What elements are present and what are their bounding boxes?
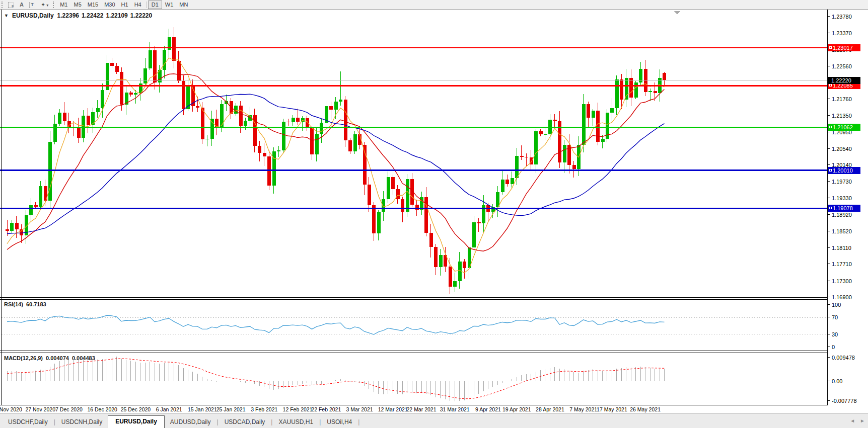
tick-mark	[828, 115, 830, 116]
tick-mark	[828, 297, 830, 297]
price-tick-label: 1.20540	[832, 146, 867, 152]
chart-tab-xauusd[interactable]: XAUUSD,H1	[273, 417, 319, 428]
timeframe-button-d1[interactable]: D1	[148, 1, 162, 9]
tick-mark	[828, 99, 830, 99]
price-tick-label: 1.18110	[832, 245, 867, 251]
macd-tick-label: 0.00	[832, 378, 867, 385]
tick-mark	[828, 164, 830, 165]
chart-tab-usoil[interactable]: USOil,H4	[321, 417, 357, 428]
date-label: 3 Feb 2021	[245, 406, 283, 412]
price-tick-label: 1.19730	[832, 179, 867, 185]
tick-mark	[828, 198, 830, 198]
price-tick-label: 1.19330	[832, 195, 867, 202]
tick-mark	[828, 381, 830, 381]
chart-tab-usdchf[interactable]: USDCHF,Daily	[3, 417, 53, 428]
tick-mark	[828, 181, 830, 182]
current-price-badge: 1.22220	[828, 77, 860, 84]
ma-5-line	[7, 58, 664, 273]
terminal-window: F A T ✦▾ M1M5M15M30H1H4D1W1MN ▼ EURUSD,D…	[0, 0, 868, 428]
tab-scroll-left-icon[interactable]: ◄	[850, 418, 855, 423]
timeframe-button-m1[interactable]: M1	[57, 1, 70, 9]
date-label: 26 May 2021	[626, 406, 665, 412]
timeframe-bar: M1M5M15M30H1H4D1W1MN	[57, 1, 191, 9]
macd-signal-line	[7, 359, 664, 399]
tick-mark	[828, 16, 830, 17]
price-tick-label: 1.18920	[832, 212, 867, 218]
chart-tab-bar: USDCHF,Daily|USDCNH,DailyEURUSD,DailyAUD…	[0, 413, 868, 428]
date-label: 25 Dec 2020	[116, 406, 155, 412]
date-label: 25 Jan 2021	[212, 406, 250, 412]
tick-mark	[828, 347, 830, 347]
date-label: 22 Mar 2021	[402, 406, 441, 412]
macd-tick-label: -0.007778	[832, 398, 867, 404]
tick-mark	[828, 66, 830, 66]
tick-mark	[828, 33, 830, 33]
tick-mark	[828, 132, 830, 132]
date-label: 17 May 2021	[593, 406, 631, 412]
shapes-dropdown-icon[interactable]: ✦▾	[38, 1, 51, 9]
chart-tab-usdcnh[interactable]: USDCNH,Daily	[56, 417, 108, 428]
toolbar: F A T ✦▾ M1M5M15M30H1H4D1W1MN	[0, 0, 868, 10]
rsi-line	[7, 315, 664, 334]
chart-tab-eurusd[interactable]: EURUSD,Daily	[108, 415, 165, 428]
fibonacci-icon[interactable]: F	[6, 1, 17, 9]
chart-canvas[interactable]	[0, 10, 827, 405]
rsi-tick-label: 70	[832, 314, 867, 321]
price-tick-label: 1.17710	[832, 261, 867, 268]
tick-mark	[828, 334, 830, 334]
toolbar-drag-handle-2[interactable]	[53, 2, 54, 8]
date-label: 22 Feb 2021	[307, 406, 345, 412]
timeframe-button-w1[interactable]: W1	[162, 1, 177, 9]
price-level-badge: 1.19078	[828, 205, 860, 212]
tick-mark	[828, 148, 830, 149]
timeframe-button-mn[interactable]: MN	[176, 1, 191, 9]
rsi-tick-label: 30	[832, 331, 867, 338]
price-tick-label: 1.21350	[832, 113, 867, 119]
price-axis[interactable]: 1.237801.233701.229701.225601.221501.217…	[827, 10, 868, 405]
price-tick-label: 1.22560	[832, 63, 867, 70]
timeframe-button-m5[interactable]: M5	[70, 1, 84, 9]
price-tick-label: 1.21760	[832, 96, 867, 103]
price-tick-label: 1.23780	[832, 14, 867, 20]
date-label: 28 Apr 2021	[531, 406, 569, 412]
timeframe-button-m15[interactable]: M15	[85, 1, 101, 9]
tick-mark	[828, 247, 830, 248]
tab-scroll-right-icon[interactable]: ►	[860, 418, 865, 423]
date-label: 31 Mar 2021	[436, 406, 474, 412]
tick-mark	[828, 357, 830, 358]
tick-mark	[828, 304, 830, 305]
macd-tick-label: 0.009478	[832, 355, 867, 361]
tick-mark	[828, 317, 830, 317]
price-tick-label: 1.17300	[832, 278, 867, 285]
price-tick-label: 1.23370	[832, 30, 867, 37]
chart-tab-audusd[interactable]: AUDUSD,Daily	[165, 417, 216, 428]
price-level-badge: 1.23017	[828, 44, 860, 51]
tick-mark	[828, 231, 830, 231]
price-tick-label: 1.18520	[832, 228, 867, 235]
rsi-tick-label: 100	[832, 302, 867, 308]
tick-mark	[828, 281, 830, 281]
chart-plot-area[interactable]: ▼ EURUSD,Daily 1.22396 1.22422 1.22109 1…	[0, 10, 827, 405]
price-tick-label: 1.16900	[832, 294, 867, 301]
chart-tab-usdcad[interactable]: USDCAD,Daily	[219, 417, 271, 428]
price-level-badge: 1.21062	[828, 124, 860, 131]
timeframe-button-h4[interactable]: H4	[131, 1, 144, 9]
date-label: 3 Mar 2021	[340, 406, 379, 412]
time-axis[interactable]: 18 Nov 202027 Nov 20207 Dec 202016 Dec 2…	[0, 405, 827, 413]
price-level-badge: 1.20010	[828, 167, 860, 174]
toolbar-drag-handle[interactable]	[2, 2, 3, 8]
toolbar-divider	[146, 2, 147, 8]
text-label-icon[interactable]: A	[17, 1, 27, 9]
date-label: 16 Dec 2020	[83, 406, 121, 412]
text-box-icon[interactable]: T	[27, 1, 38, 9]
tick-mark	[828, 400, 830, 401]
timeframe-button-h1[interactable]: H1	[118, 1, 131, 9]
date-label: 19 Apr 2021	[497, 406, 536, 412]
tick-mark	[828, 214, 830, 215]
date-label: 6 Jan 2021	[150, 406, 188, 412]
rsi-tick-label: 0	[832, 344, 867, 351]
timeframe-button-m30[interactable]: M30	[101, 1, 118, 9]
tick-mark	[828, 264, 830, 264]
date-label: 7 Dec 2020	[50, 406, 88, 412]
chart-shift-marker	[674, 11, 680, 15]
